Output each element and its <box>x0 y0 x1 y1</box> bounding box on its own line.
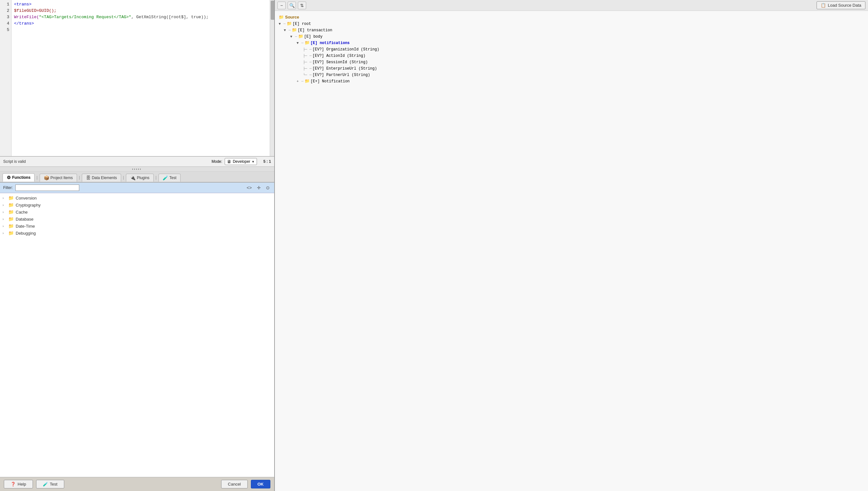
tree-node-sessionid[interactable]: ├─ ─ [EV?] SessionId (String) <box>276 59 867 65</box>
sep-1: | <box>35 173 39 182</box>
cancel-button[interactable]: Cancel <box>221 480 247 488</box>
help-button[interactable]: ❓ Help <box>4 480 33 488</box>
tree-node-enterpriseurl[interactable]: ├─ ─ [EV?] EnterpriseUrl (String) <box>276 65 867 72</box>
main-container: 1 2 3 4 5 <trans> $fileGUID=GUID(); Writ… <box>0 0 868 491</box>
label-partnerurl: [EV?] PartnerUrl (String) <box>313 72 370 78</box>
tree-node-notifications-content: ▼ ─ 📁 [E] notifications <box>297 40 350 46</box>
tab-data-elements[interactable]: 🗄 Data Elements <box>82 174 121 182</box>
expand-notifications[interactable]: ▼ <box>297 40 300 46</box>
functions-list[interactable]: › 📁 Conversion › 📁 Cryptography › 📁 Cach… <box>0 193 274 477</box>
list-item-conversion[interactable]: › 📁 Conversion <box>0 195 274 201</box>
code-line-1: <trans> <box>14 1 267 8</box>
load-source-icon: 📋 <box>821 3 826 8</box>
code-content[interactable]: <trans> $fileGUID=GUID(); WriteFile("<TA… <box>11 0 270 156</box>
help-icon: ❓ <box>10 482 16 487</box>
code-scrollbar[interactable] <box>270 0 274 156</box>
dash-root: ─ <box>283 21 286 27</box>
expand-arrow-debugging: › <box>3 231 6 235</box>
expand-body[interactable]: ▼ <box>290 33 294 40</box>
search-icon: 🔍 <box>289 3 295 8</box>
expand-transaction[interactable]: ▼ <box>284 27 288 33</box>
resize-handle[interactable] <box>0 167 274 172</box>
tab-functions[interactable]: ⚙ Functions <box>3 173 34 182</box>
folder-icon-debugging: 📁 <box>8 231 14 236</box>
tabs-bar: ⚙ Functions | 📦 Project Items | 🗄 Data E… <box>0 172 274 183</box>
ok-label: OK <box>257 482 264 487</box>
tab-plugins-label: Plugins <box>137 176 149 180</box>
folder-body: 📁 <box>298 33 303 40</box>
test-btn-icon: 🧪 <box>43 482 48 487</box>
tab-test[interactable]: 🧪 Test <box>159 174 181 182</box>
line-numbers: 1 2 3 4 5 <box>0 0 11 156</box>
bottom-panel: ⚙ Functions | 📦 Project Items | 🗄 Data E… <box>0 172 274 477</box>
list-item-cache[interactable]: › 📁 Cache <box>0 208 274 215</box>
label-root: [E] root <box>293 21 311 27</box>
tree-view[interactable]: 📁 Source ▼ ─ 📁 [E] root ▼ ─ 📁 <box>275 11 868 491</box>
list-item-datetime[interactable]: › 📁 Date-Time <box>0 223 274 230</box>
tree-node-root-content: ▼ ─ 📁 [E] root <box>279 21 311 27</box>
item-label-cache: Cache <box>16 210 28 214</box>
ok-button[interactable]: OK <box>251 480 271 488</box>
leaf-dash-actionid: ─ <box>309 53 311 59</box>
folder-icon-conversion: 📁 <box>8 195 14 201</box>
test-label: Test <box>50 482 57 487</box>
minimize-button[interactable]: − <box>277 2 286 9</box>
tab-project-items-label: Project Items <box>51 176 73 180</box>
mode-label: Mode: <box>212 159 222 164</box>
leaf-icon-orgid: ├─ <box>303 46 307 53</box>
source-header: 📁 Source <box>276 13 867 21</box>
leaf-dash-enterpriseurl: ─ <box>309 65 311 72</box>
folder-icon-database: 📁 <box>8 216 14 222</box>
list-item-debugging[interactable]: › 📁 Debugging <box>0 230 274 236</box>
filter-input[interactable] <box>15 184 79 191</box>
expand-arrow-datetime: › <box>3 224 6 228</box>
label-transaction: [E] transaction <box>298 27 332 33</box>
dash-body: ─ <box>295 33 297 40</box>
tree-node-body[interactable]: ▼ ─ 📁 [E] body <box>276 33 867 40</box>
tree-node-enterpriseurl-content: ├─ ─ [EV?] EnterpriseUrl (String) <box>303 65 377 72</box>
sep-4: | <box>154 173 158 182</box>
mode-select[interactable]: 🖥 Developer ▼ <box>225 158 257 165</box>
list-item-cryptography[interactable]: › 📁 Cryptography <box>0 201 274 208</box>
tab-project-items[interactable]: 📦 Project Items <box>39 174 77 182</box>
code-icon-btn[interactable]: <> <box>245 184 253 191</box>
status-bar: Script is valid Mode: 🖥 Developer ▼ 5 : … <box>0 156 274 167</box>
folder-icon-datetime: 📁 <box>8 224 14 229</box>
sep-2: | <box>78 173 81 182</box>
tree-node-sessionid-content: ├─ ─ [EV?] SessionId (String) <box>303 59 368 65</box>
tab-plugins[interactable]: 🔌 Plugins <box>126 174 154 182</box>
label-actionid: [EV?] ActionId (String) <box>313 53 365 59</box>
folder-root: 📁 <box>287 21 292 27</box>
updown-button[interactable]: ⇅ <box>298 2 306 9</box>
expand-notification[interactable]: + <box>297 78 300 85</box>
source-label: Source <box>285 15 299 20</box>
code-line-3: WriteFile("<TAG>Targets/Incoming Request… <box>14 14 267 21</box>
tree-node-orgid[interactable]: ├─ ─ [EV?] OrganizationId (String) <box>276 46 867 53</box>
expand-root[interactable]: ▼ <box>279 21 282 27</box>
item-label-datetime: Date-Time <box>16 224 35 229</box>
add-icon-btn[interactable]: ✛ <box>256 184 262 191</box>
filter-label: Filter: <box>3 185 13 190</box>
tree-node-actionid[interactable]: ├─ ─ [EV?] ActionId (String) <box>276 53 867 59</box>
test-button[interactable]: 🧪 Test <box>36 480 64 488</box>
data-elements-icon: 🗄 <box>86 175 90 180</box>
leaf-icon-actionid: ├─ <box>303 53 307 59</box>
expand-arrow-conversion: › <box>3 196 6 200</box>
load-source-button[interactable]: 📋 Load Source Data <box>817 1 865 9</box>
label-notification: [E+] Notification <box>310 78 350 85</box>
tab-data-elements-label: Data Elements <box>92 176 117 180</box>
tree-node-root[interactable]: ▼ ─ 📁 [E] root <box>276 21 867 27</box>
tree-node-actionid-content: ├─ ─ [EV?] ActionId (String) <box>303 53 365 59</box>
list-item-database[interactable]: › 📁 Database <box>0 215 274 223</box>
tree-node-notification[interactable]: + ─ 📁 [E+] Notification <box>276 78 867 85</box>
updown-icon: ⇅ <box>300 3 304 8</box>
code-line-4: </trans> <box>14 21 267 27</box>
sep-3: | <box>122 173 125 182</box>
folder-notifications: 📁 <box>304 40 310 46</box>
tree-node-partnerurl[interactable]: └─ ─ [EV?] PartnerUrl (String) <box>276 72 867 78</box>
tree-node-notifications[interactable]: ▼ ─ 📁 [E] notifications <box>276 40 867 46</box>
mode-value: Developer <box>233 159 250 164</box>
menu-icon-btn[interactable]: ⊙ <box>265 184 271 191</box>
search-button[interactable]: 🔍 <box>288 2 296 9</box>
tree-node-transaction[interactable]: ▼ ─ 📁 [E] transaction <box>276 27 867 33</box>
